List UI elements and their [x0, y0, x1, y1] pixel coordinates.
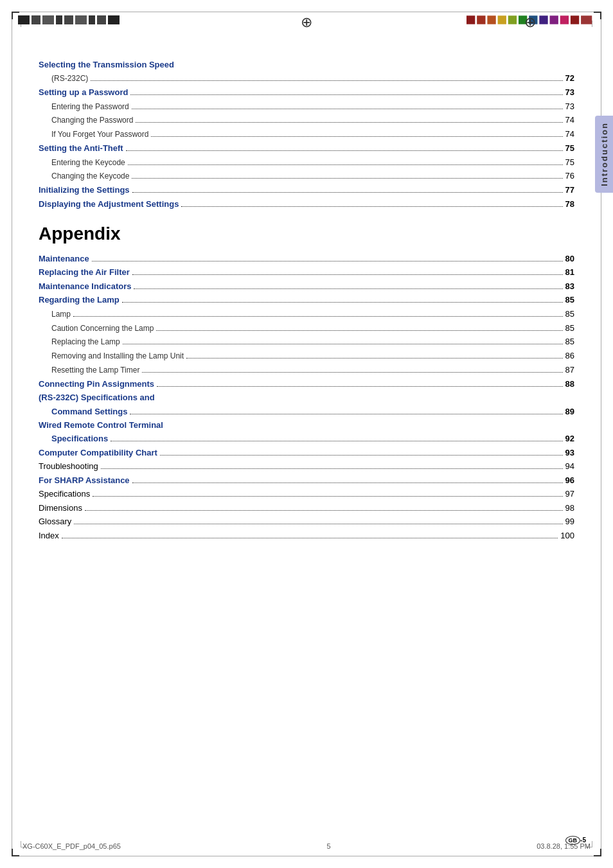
toc-row: Entering the Keycode 75: [39, 155, 574, 170]
main-content: Selecting the Transmission Speed (RS-232…: [39, 58, 574, 836]
toc-row: Dimensions 98: [39, 501, 574, 515]
toc-dots: [132, 192, 563, 193]
toc-dots: [62, 538, 558, 538]
toc-title: Wired Remote Control Terminal: [39, 418, 163, 432]
toc-page: 85: [565, 307, 574, 321]
toc-row: Specifications 97: [39, 487, 574, 500]
svg-rect-10: [477, 15, 485, 24]
toc-row: Changing the Keycode 76: [39, 169, 574, 183]
toc-page: 74: [565, 113, 574, 127]
header-bar-left: [18, 14, 127, 26]
toc-page: 75: [565, 141, 574, 155]
toc-page: 94: [565, 459, 574, 473]
toc-row: Troubleshooting 94: [39, 459, 574, 473]
toc-title: Specifications: [39, 487, 90, 500]
toc-page: 75: [565, 155, 574, 169]
footer-filename: XG-C60X_E_PDF_p04_05.p65: [22, 842, 121, 850]
toc-row: (RS-232C) Specifications and: [39, 391, 574, 404]
toc-row: Resetting the Lamp Timer 87: [39, 363, 574, 377]
svg-rect-7: [97, 15, 106, 24]
border-left: [12, 12, 12, 856]
toc-row: Caution Concerning the Lamp 85: [39, 321, 574, 335]
toc-title: Connecting Pin Assignments: [39, 377, 154, 391]
toc-row: Replacing the Air Filter 81: [39, 265, 574, 279]
toc-page: 86: [565, 349, 574, 362]
toc-dots: [132, 109, 563, 109]
pre-appendix-section: Selecting the Transmission Speed (RS-232…: [39, 58, 574, 211]
toc-title: Entering the Password: [51, 101, 129, 114]
toc-title: Troubleshooting: [39, 459, 98, 473]
toc-title: Removing and Installing the Lamp Unit: [51, 350, 184, 363]
toc-title: (RS-232C) Specifications and: [39, 391, 155, 404]
toc-page: 96: [565, 474, 574, 487]
appendix-section: Maintenance 80 Replacing the Air Filter …: [39, 252, 574, 542]
toc-page: 73: [565, 100, 574, 113]
toc-dots: [85, 510, 563, 511]
toc-title: If You Forget Your Password: [51, 128, 148, 141]
footer-page-num: 5: [326, 842, 330, 850]
svg-rect-5: [75, 15, 87, 24]
toc-title: Lamp: [51, 308, 71, 321]
toc-dots: [123, 344, 563, 344]
toc-dots: [93, 496, 562, 497]
toc-row: Displaying the Adjustment Settings 78: [39, 197, 574, 211]
sidebar-tab: Introduction: [595, 116, 613, 193]
toc-row: Initializing the Settings 77: [39, 183, 574, 197]
toc-row: Changing the Password 74: [39, 113, 574, 127]
svg-rect-20: [581, 15, 592, 24]
toc-row: Command Settings 89: [39, 405, 574, 418]
toc-dots: [151, 136, 562, 137]
toc-title: Displaying the Adjustment Settings: [39, 197, 179, 211]
toc-title: Maintenance Indicators: [39, 279, 131, 293]
toc-title: Setting up a Password: [39, 85, 128, 99]
toc-row: Replacing the Lamp 85: [39, 335, 574, 349]
svg-rect-12: [498, 15, 506, 24]
toc-row: Setting the Anti-Theft 75: [39, 141, 574, 155]
toc-title: Dimensions: [39, 501, 82, 515]
toc-row: Index 100: [39, 529, 574, 542]
toc-title: Command Settings: [51, 405, 127, 418]
toc-title: (RS-232C): [51, 73, 88, 85]
toc-page: 78: [565, 197, 574, 211]
footer: XG-C60X_E_PDF_p04_05.p65 5 03.8.28, 1:55…: [0, 842, 613, 850]
toc-title: Maintenance: [39, 252, 89, 265]
toc-row: If You Forget Your Password 74: [39, 127, 574, 141]
toc-page: 85: [565, 321, 574, 335]
toc-dots: [128, 164, 563, 165]
toc-row: Maintenance Indicators 83: [39, 279, 574, 293]
svg-rect-6: [89, 15, 95, 24]
toc-title: Setting the Anti-Theft: [39, 141, 123, 155]
toc-dots: [126, 150, 563, 151]
toc-page: 74: [565, 127, 574, 141]
toc-dots: [160, 455, 563, 456]
toc-dots: [134, 288, 562, 289]
svg-rect-13: [508, 15, 517, 24]
toc-dots: [130, 94, 562, 95]
toc-page: 87: [565, 363, 574, 376]
toc-dots: [91, 80, 562, 81]
toc-row: Lamp 85: [39, 307, 574, 321]
toc-row: Entering the Password 73: [39, 100, 574, 114]
crosshair-center: ⊕: [301, 14, 312, 31]
toc-row: Wired Remote Control Terminal: [39, 418, 574, 432]
toc-title: Replacing the Lamp: [51, 336, 120, 349]
page-number: 5: [582, 837, 586, 844]
toc-dots: [136, 122, 562, 123]
sidebar-tab-label: Introduction: [600, 122, 609, 186]
page-badge-text: GB-5: [565, 837, 586, 844]
toc-page: 85: [565, 293, 574, 306]
toc-title: Specifications: [51, 432, 108, 445]
toc-title: Index: [39, 529, 59, 542]
toc-row: Removing and Installing the Lamp Unit 86: [39, 349, 574, 363]
toc-row: Selecting the Transmission Speed: [39, 58, 574, 71]
page-number-area: GB-5: [565, 837, 586, 844]
toc-dots: [74, 524, 562, 524]
svg-rect-3: [56, 15, 62, 24]
toc-dots: [156, 330, 562, 331]
toc-row: For SHARP Assistance 96: [39, 474, 574, 487]
toc-page: 85: [565, 335, 574, 348]
toc-dots: [142, 372, 562, 373]
toc-title: Initializing the Settings: [39, 183, 130, 197]
toc-dots: [132, 274, 563, 275]
toc-title: Selecting the Transmission Speed: [39, 58, 174, 71]
